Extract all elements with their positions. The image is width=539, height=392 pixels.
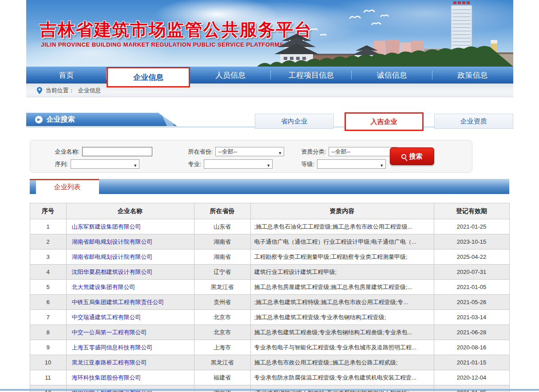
- table-header-row: 序号企业名称所在省份资质内容登记有效期: [30, 203, 509, 219]
- cell-province: 黑龙江省: [194, 280, 250, 295]
- table-row: 3 湖南省邮电规划设计院有限公司 湖南省 工程勘察专业类工程测量甲级;工程勘察专…: [30, 249, 509, 265]
- cell-index: 11: [30, 370, 66, 385]
- company-type-tabs: 省内企业 入吉企业 企业资质: [255, 114, 513, 131]
- cell-province: 福建省: [194, 370, 250, 385]
- cell-index: 4: [30, 265, 66, 280]
- cell-company-name-link[interactable]: 黑龙江亚泰路桥工程有限公司: [66, 355, 194, 370]
- nav-item[interactable]: 企业信息: [107, 67, 190, 87]
- site-banner: 吉林省建筑市场监管公共服务平台 JILIN PROVINCE BUILDING …: [26, 0, 513, 67]
- company-list-bar: 企业列表: [30, 179, 509, 194]
- series-select[interactable]: [71, 159, 139, 169]
- table-row: 7 中交瑞通建筑工程有限公司 北京市 ;施工总承包建筑工程壹级;专业承包钢结构工…: [30, 310, 509, 325]
- nav-item[interactable]: 工程项目信息: [271, 67, 352, 83]
- company-name-input[interactable]: [82, 147, 152, 156]
- company-type-tab[interactable]: 省内企业: [255, 114, 334, 129]
- cell-qualification: 电子通信广电（通信工程）行业工程设计甲级;电子通信广电（...: [250, 234, 434, 249]
- cell-company-name-link[interactable]: 湖南省邮电规划设计院有限公司: [66, 249, 194, 265]
- table-row: 9 上海五零盛同信息科技有限公司 上海市 专业承包电子与智能化工程壹级;专业承包…: [30, 340, 509, 355]
- cell-province: 黑龙江省: [194, 355, 250, 370]
- cell-qualification: 工程勘察专业类工程测量甲级;工程勘察专业类工程测量甲级;: [250, 249, 434, 265]
- nav-item[interactable]: 人员信息: [190, 67, 271, 83]
- dropdown-arrow-icon: [133, 162, 137, 168]
- section-title: 企业搜索: [47, 115, 75, 124]
- series-label: 序列:: [55, 160, 68, 168]
- cell-valid-date: 2021-01-25: [434, 219, 509, 234]
- nav-item-label: 诚信信息: [377, 70, 407, 80]
- cell-company-name-link[interactable]: 北大荒建设集团有限公司: [66, 280, 194, 295]
- dropdown-arrow-icon: [278, 149, 282, 156]
- search-button-label: 搜索: [409, 152, 423, 161]
- cell-company-name-link[interactable]: 湖南省邮电规划设计院有限公司: [66, 234, 194, 249]
- cell-province: 湖南省: [194, 234, 250, 249]
- table-row: 10 黑龙江亚泰路桥工程有限公司 黑龙江省 施工总承包市政公用工程壹级;;施工总…: [30, 355, 509, 370]
- company-table-wrap: 序号企业名称所在省份资质内容登记有效期 1 山东军辉建设集团有限公司 山东省 ;…: [30, 203, 509, 392]
- company-table: 序号企业名称所在省份资质内容登记有效期 1 山东军辉建设集团有限公司 山东省 ;…: [30, 203, 510, 392]
- tab-company-list[interactable]: 企业列表: [36, 179, 99, 194]
- qualification-category-select[interactable]: --全部--: [329, 147, 397, 156]
- cell-company-name-link[interactable]: 沈阳华夏易都建筑设计有限公司: [66, 265, 194, 280]
- major-select[interactable]: [204, 159, 273, 169]
- nav-item[interactable]: 政策信息: [432, 67, 513, 83]
- breadcrumb: 当前位置： 企业信息: [26, 83, 513, 97]
- cell-company-name-link[interactable]: 海环科技集团股份有限公司: [66, 370, 194, 385]
- cell-province: 山东省: [194, 219, 250, 234]
- arrow-circle-icon: [35, 116, 43, 123]
- cell-index: 1: [30, 219, 66, 234]
- cell-company-name-link[interactable]: 山东军辉建设集团有限公司: [66, 219, 194, 234]
- search-button[interactable]: 搜索: [390, 147, 434, 165]
- tab-label: 入吉企业: [371, 118, 397, 126]
- cell-valid-date: 2023-10-15: [434, 234, 509, 249]
- cell-valid-date: 2020-07-31: [434, 265, 509, 280]
- cell-index: 6: [30, 295, 66, 310]
- cell-index: 2: [30, 234, 66, 249]
- banner-echo-stripe: [161, 113, 174, 126]
- cell-index: 7: [30, 310, 66, 325]
- nav-item-label: 首页: [59, 70, 74, 80]
- column-header: 企业名称: [66, 203, 194, 219]
- nav-item-label: 政策信息: [458, 70, 488, 80]
- cell-province: 上海市: [194, 340, 250, 355]
- cell-index: 8: [30, 325, 66, 340]
- table-row: 2 湖南省邮电规划设计院有限公司 湖南省 电子通信广电（通信工程）行业工程设计甲…: [30, 234, 509, 249]
- grade-select[interactable]: [317, 159, 386, 169]
- section-title-banner: 企业搜索: [26, 113, 177, 126]
- cell-index: 9: [30, 340, 66, 355]
- cell-company-name-link[interactable]: 中铁五局集团建筑工程有限责任公司: [66, 295, 194, 310]
- horizontal-scrollbar[interactable]: [0, 389, 539, 391]
- cell-valid-date: 2021-01-15: [434, 355, 509, 370]
- cell-valid-date: 2020-12-04: [434, 370, 509, 385]
- table-row: 8 中交一公局第一工程有限公司 北京市 施工总承包建筑工程叁级;专业承包钢结构工…: [30, 325, 509, 340]
- page: 吉林省建筑市场监管公共服务平台 JILIN PROVINCE BUILDING …: [26, 0, 513, 392]
- cell-company-name-link[interactable]: 上海五零盛同信息科技有限公司: [66, 340, 194, 355]
- column-header: 序号: [30, 203, 66, 219]
- company-type-tab[interactable]: 入吉企业: [345, 112, 424, 131]
- cell-qualification: ;施工总承包建筑工程特级;施工总承包市政公用工程壹级;专...: [250, 295, 434, 310]
- cell-valid-date: 2021-06-28: [434, 325, 509, 340]
- city-skyline-image: [177, 0, 513, 67]
- cell-company-name-link[interactable]: 中交一公局第一工程有限公司: [66, 325, 194, 340]
- company-type-tab[interactable]: 企业资质: [434, 114, 513, 129]
- qualification-category-label: 资质分类:: [301, 148, 326, 156]
- cell-company-name-link[interactable]: 中交瑞通建筑工程有限公司: [66, 310, 194, 325]
- cell-valid-date: 2021-01-05: [434, 280, 509, 295]
- cell-qualification: 施工总承包房屋建筑工程壹级;施工总承包房屋建筑工程壹级;...: [250, 280, 434, 295]
- cell-qualification: ;施工总承包石油化工工程壹级;施工总承包市政公用工程壹级...: [250, 219, 434, 234]
- dropdown-arrow-icon: [266, 162, 270, 168]
- cell-province: 贵州省: [194, 295, 250, 310]
- column-header: 资质内容: [250, 203, 434, 219]
- cell-valid-date: 2025-04-22: [434, 249, 509, 265]
- search-form: 企业名称: 所在省份: --全部-- 资质分类: --全部-- 序列:: [30, 140, 472, 173]
- province-select[interactable]: --全部--: [215, 147, 284, 156]
- nav-item[interactable]: 诚信信息: [352, 67, 432, 83]
- table-row: 4 沈阳华夏易都建筑设计有限公司 辽宁省 建筑行业工程设计建筑工程甲级; 202…: [30, 265, 509, 280]
- cell-index: 3: [30, 249, 66, 265]
- cell-index: 10: [30, 355, 66, 370]
- cell-valid-date: 2021-05-26: [434, 295, 509, 310]
- column-header: 登记有效期: [434, 203, 509, 219]
- nav-item[interactable]: 首页: [26, 67, 107, 83]
- breadcrumb-prefix: 当前位置：: [46, 87, 75, 95]
- dropdown-arrow-icon: [380, 162, 384, 168]
- cell-qualification: 施工总承包市政公用工程壹级;;施工总承包公路工程贰级;: [250, 355, 434, 370]
- tab-label: 企业资质: [460, 117, 487, 126]
- cell-qualification: 专业承包电子与智能化工程壹级;专业承包城市及道路照明工程...: [250, 340, 434, 355]
